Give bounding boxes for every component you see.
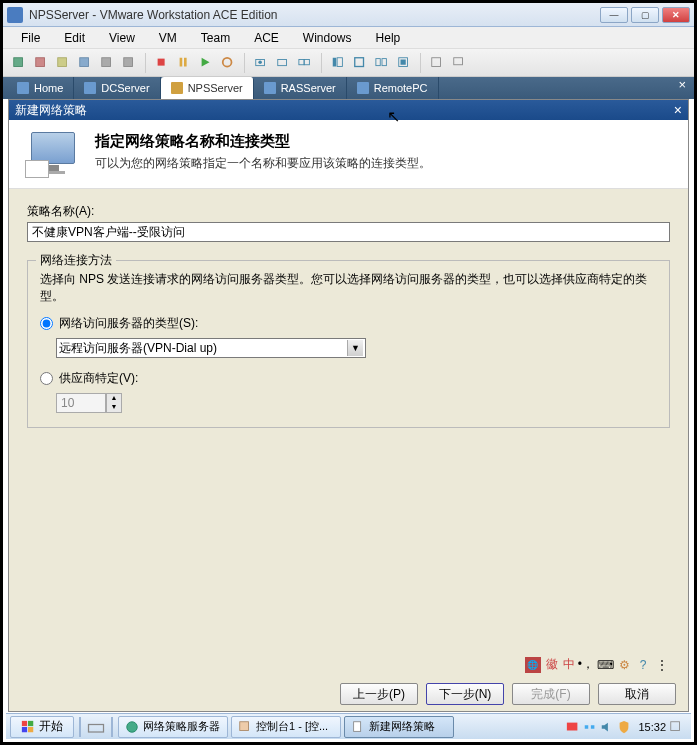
toolbar-btn6-icon[interactable] bbox=[119, 53, 139, 73]
home-icon bbox=[17, 82, 29, 94]
taskbar-clock[interactable]: 15:32 bbox=[638, 721, 666, 733]
toolbar-unity-icon[interactable] bbox=[394, 53, 414, 73]
start-button[interactable]: 开始 bbox=[10, 716, 74, 738]
wizard-close-icon[interactable]: × bbox=[674, 102, 682, 118]
svg-rect-24 bbox=[454, 57, 463, 64]
svg-rect-34 bbox=[585, 725, 589, 729]
menu-team[interactable]: Team bbox=[191, 29, 240, 47]
system-tray: 15:32 bbox=[562, 720, 687, 734]
svg-marker-9 bbox=[202, 57, 210, 66]
tab-home[interactable]: Home bbox=[7, 77, 74, 99]
wizard-titlebar: 新建网络策略 × bbox=[9, 100, 688, 120]
svg-marker-36 bbox=[602, 722, 608, 731]
cancel-button[interactable]: 取消 bbox=[598, 683, 676, 705]
ime-softkbd-icon[interactable]: ⌨ bbox=[597, 657, 613, 673]
taskbar-item-nps[interactable]: 网络策略服务器 bbox=[118, 716, 228, 738]
tray-shield-icon[interactable] bbox=[617, 720, 631, 734]
toolbar-poweroff-icon[interactable] bbox=[31, 53, 51, 73]
quick-launch-icon[interactable] bbox=[86, 717, 106, 737]
toolbar-summary-icon[interactable] bbox=[427, 53, 447, 73]
ime-handle-icon[interactable]: ⋮ bbox=[654, 657, 670, 673]
toolbar-suspend-icon[interactable] bbox=[53, 53, 73, 73]
ime-option-icon[interactable]: ⚙ bbox=[616, 657, 632, 673]
svg-point-12 bbox=[258, 60, 262, 64]
menu-vm[interactable]: VM bbox=[149, 29, 187, 47]
chevron-down-icon[interactable]: ▼ bbox=[347, 340, 363, 356]
svg-rect-14 bbox=[299, 59, 304, 64]
ime-language-bar[interactable]: 🌐 徽 中 •， ⌨ ⚙ ? ⋮ bbox=[525, 656, 670, 673]
toolbar-fullscreen-icon[interactable] bbox=[350, 53, 370, 73]
menu-file[interactable]: File bbox=[11, 29, 50, 47]
policy-name-input[interactable] bbox=[27, 222, 670, 242]
tray-show-desktop-icon[interactable] bbox=[669, 720, 683, 734]
svg-rect-8 bbox=[184, 57, 187, 66]
menu-ace[interactable]: ACE bbox=[244, 29, 289, 47]
toolbar-btn5-icon[interactable] bbox=[97, 53, 117, 73]
connection-method-group: 网络连接方法 选择向 NPS 发送连接请求的网络访问服务器类型。您可以选择网络访… bbox=[27, 260, 670, 428]
radio-server-type[interactable]: 网络访问服务器的类型(S): bbox=[40, 315, 657, 332]
toolbar-snapshot-icon[interactable] bbox=[251, 53, 271, 73]
group-description: 选择向 NPS 发送连接请求的网络访问服务器类型。您可以选择网络访问服务器的类型… bbox=[40, 271, 657, 305]
toolbar-sidebar-icon[interactable] bbox=[328, 53, 348, 73]
wizard-window: 新建网络策略 × 指定网络策略名称和连接类型 可以为您的网络策略指定一个名称和要… bbox=[8, 99, 689, 712]
tab-npsserver[interactable]: NPSServer bbox=[161, 77, 254, 99]
radio-vendor-label: 供应商特定(V): bbox=[59, 370, 138, 387]
ime-lang-label[interactable]: 中 bbox=[563, 656, 575, 673]
svg-rect-4 bbox=[102, 57, 111, 66]
tab-remote-label: RemotePC bbox=[374, 82, 428, 94]
menu-help[interactable]: Help bbox=[366, 29, 411, 47]
menu-windows[interactable]: Windows bbox=[293, 29, 362, 47]
radio-vendor-input[interactable] bbox=[40, 372, 53, 385]
toolbar-console-icon[interactable] bbox=[449, 53, 469, 73]
tray-sound-icon[interactable] bbox=[600, 720, 614, 734]
tray-lang-icon[interactable] bbox=[566, 720, 580, 734]
toolbar-pause-icon[interactable] bbox=[174, 53, 194, 73]
close-button[interactable]: ✕ bbox=[662, 7, 690, 23]
toolbar-reset-icon[interactable] bbox=[75, 53, 95, 73]
toolbar-quickswitch-icon[interactable] bbox=[372, 53, 392, 73]
toolbar-manage-icon[interactable] bbox=[295, 53, 315, 73]
tab-dcserver[interactable]: DCServer bbox=[74, 77, 160, 99]
svg-rect-27 bbox=[22, 727, 27, 732]
tab-close-icon[interactable]: × bbox=[670, 77, 694, 99]
toolbar-poweron-icon[interactable] bbox=[9, 53, 29, 73]
vendor-id-input bbox=[56, 393, 106, 413]
taskbar-item-console[interactable]: 控制台1 - [控... bbox=[231, 716, 341, 738]
tab-rasserver[interactable]: RASServer bbox=[254, 77, 347, 99]
toolbar-revert-icon[interactable] bbox=[273, 53, 293, 73]
next-button[interactable]: 下一步(N) bbox=[426, 683, 504, 705]
toolbar-cycle-icon[interactable] bbox=[218, 53, 238, 73]
prev-button[interactable]: 上一步(P) bbox=[340, 683, 418, 705]
vm-tab-bar: Home DCServer NPSServer RASServer Remote… bbox=[3, 77, 694, 99]
menu-edit[interactable]: Edit bbox=[54, 29, 95, 47]
tab-remotepc[interactable]: RemotePC bbox=[347, 77, 439, 99]
toolbar-play-icon[interactable] bbox=[196, 53, 216, 73]
svg-rect-32 bbox=[354, 721, 361, 731]
ime-sketch-icon[interactable]: 徽 bbox=[544, 657, 560, 673]
taskbar-item-wizard[interactable]: 新建网络策略 bbox=[344, 716, 454, 738]
ime-icon[interactable]: 🌐 bbox=[525, 657, 541, 673]
svg-rect-0 bbox=[14, 57, 23, 66]
svg-rect-15 bbox=[304, 59, 309, 64]
ime-punct-icon[interactable]: •， bbox=[578, 656, 594, 673]
ime-help-icon[interactable]: ? bbox=[635, 657, 651, 673]
server-type-select[interactable]: 远程访问服务器(VPN-Dial up) ▼ bbox=[56, 338, 366, 358]
vm-icon bbox=[84, 82, 96, 94]
svg-rect-17 bbox=[337, 57, 342, 66]
maximize-button[interactable]: ▢ bbox=[631, 7, 659, 23]
svg-rect-29 bbox=[89, 724, 104, 732]
tab-nps-label: NPSServer bbox=[188, 82, 243, 94]
radio-vendor[interactable]: 供应商特定(V): bbox=[40, 370, 657, 387]
tray-network-icon[interactable] bbox=[583, 720, 597, 734]
policy-name-label: 策略名称(A): bbox=[27, 203, 670, 220]
minimize-button[interactable]: — bbox=[600, 7, 628, 23]
svg-rect-5 bbox=[124, 57, 133, 66]
toolbar-stop-icon[interactable] bbox=[152, 53, 172, 73]
menu-view[interactable]: View bbox=[99, 29, 145, 47]
server-type-value: 远程访问服务器(VPN-Dial up) bbox=[59, 340, 217, 357]
radio-server-type-input[interactable] bbox=[40, 317, 53, 330]
policy-icon bbox=[25, 132, 81, 176]
spinner-up-icon: ▲ bbox=[107, 394, 121, 403]
toolbar bbox=[3, 49, 694, 77]
vm-icon bbox=[171, 82, 183, 94]
